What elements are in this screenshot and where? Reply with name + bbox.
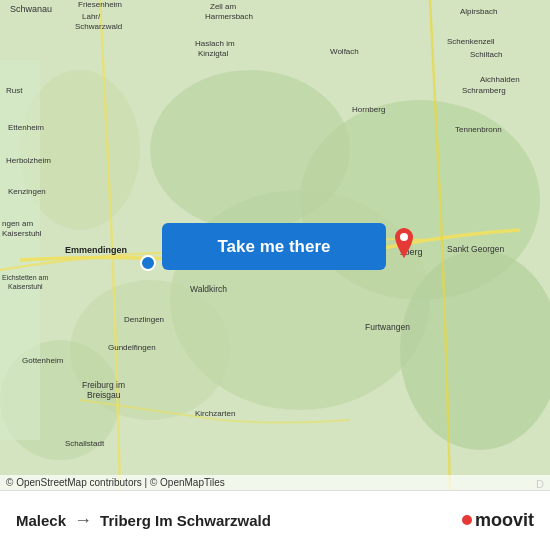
svg-text:Aichhalden: Aichhalden: [480, 75, 520, 84]
svg-text:Kinzigtal: Kinzigtal: [198, 49, 228, 58]
take-me-there-button[interactable]: Take me there: [162, 223, 386, 270]
svg-text:Eichstetten am: Eichstetten am: [2, 274, 48, 281]
svg-text:Schwarzwald: Schwarzwald: [75, 22, 122, 31]
svg-text:Emmendingen: Emmendingen: [65, 245, 127, 255]
origin-marker: [140, 255, 156, 271]
svg-text:Gundelfingen: Gundelfingen: [108, 343, 156, 352]
svg-text:Kenzingen: Kenzingen: [8, 187, 46, 196]
svg-text:Haslach im: Haslach im: [195, 39, 235, 48]
svg-text:Schenkenzell: Schenkenzell: [447, 37, 495, 46]
moovit-brand-name: moovit: [475, 510, 534, 531]
svg-rect-8: [0, 60, 40, 440]
svg-text:Friesenheim: Friesenheim: [78, 0, 122, 9]
svg-text:Kirchzarten: Kirchzarten: [195, 409, 235, 418]
svg-text:Tennenbronn: Tennenbronn: [455, 125, 502, 134]
svg-text:Lahr/: Lahr/: [82, 12, 101, 21]
svg-text:Wolfach: Wolfach: [330, 47, 359, 56]
svg-text:Herbolzheim: Herbolzheim: [6, 156, 51, 165]
svg-text:Furtwangen: Furtwangen: [365, 322, 410, 332]
route-to: Triberg Im Schwarzwald: [100, 512, 271, 529]
svg-text:Freiburg im: Freiburg im: [82, 380, 125, 390]
svg-text:Schramberg: Schramberg: [462, 86, 506, 95]
moovit-logo: moovit: [462, 510, 534, 531]
svg-text:Alpirsbach: Alpirsbach: [460, 7, 497, 16]
route-from: Maleck: [16, 512, 66, 529]
svg-text:Zell am: Zell am: [210, 2, 237, 11]
svg-text:Denzlingen: Denzlingen: [124, 315, 164, 324]
bottom-bar: Maleck → Triberg Im Schwarzwald moovit: [0, 490, 550, 550]
svg-point-6: [150, 70, 350, 230]
svg-text:Kaiserstuhl: Kaiserstuhl: [8, 283, 43, 290]
svg-text:Sankt Georgen: Sankt Georgen: [447, 244, 504, 254]
svg-text:Kaiserstuhl: Kaiserstuhl: [2, 229, 42, 238]
svg-text:Waldkirch: Waldkirch: [190, 284, 227, 294]
svg-text:ngen am: ngen am: [2, 219, 33, 228]
map-attribution: © OpenStreetMap contributors | © OpenMap…: [0, 475, 550, 490]
svg-text:Breisgau: Breisgau: [87, 390, 121, 400]
svg-text:Schiltach: Schiltach: [470, 50, 502, 59]
route-info: Maleck → Triberg Im Schwarzwald: [16, 510, 271, 531]
route-arrow: →: [74, 510, 92, 531]
svg-text:Schallstadt: Schallstadt: [65, 439, 105, 448]
svg-text:Hornberg: Hornberg: [352, 105, 385, 114]
moovit-dot: [462, 515, 472, 525]
svg-text:Rust: Rust: [6, 86, 23, 95]
svg-text:Ettenheim: Ettenheim: [8, 123, 44, 132]
destination-marker: [393, 228, 415, 258]
svg-point-46: [400, 233, 408, 241]
svg-text:Gottenheim: Gottenheim: [22, 356, 64, 365]
svg-text:Schwanau: Schwanau: [10, 4, 52, 14]
map-container: Schwanau Friesenheim Lahr/ Schwarzwald Z…: [0, 0, 550, 490]
svg-text:Harmersbach: Harmersbach: [205, 12, 253, 21]
